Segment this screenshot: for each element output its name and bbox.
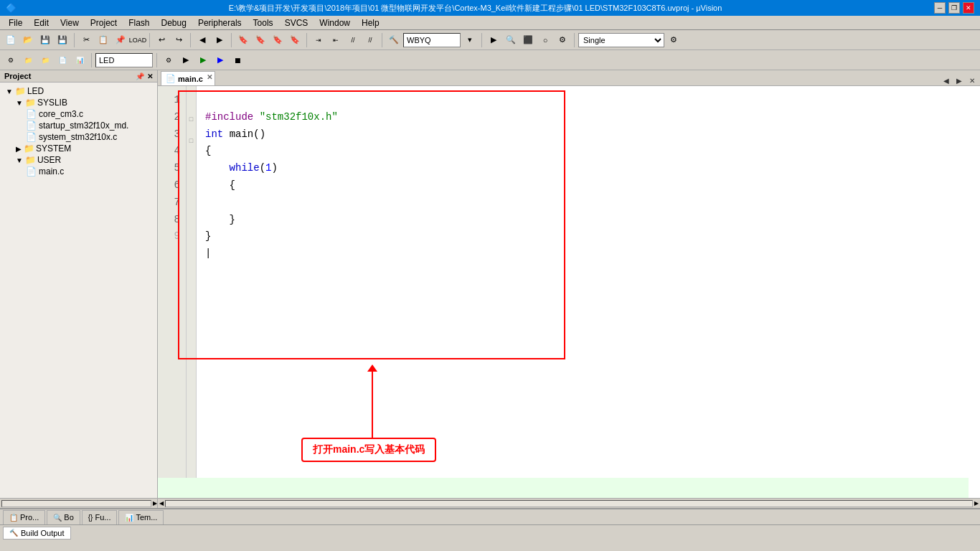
tb2-dbg1[interactable]: ▶ [178, 52, 194, 68]
tab-next-btn[interactable]: ▶ [954, 75, 964, 85]
menu-peripherals[interactable]: Peripherals [192, 17, 248, 29]
expand-icon-led: ▼ [6, 88, 13, 95]
tab-mainc-close[interactable]: ✕ [207, 73, 212, 81]
code-editor[interactable]: 1 2 3 4 5 6 7 8 9 □ □ [158, 86, 980, 498]
bottom-tab-fu[interactable]: {} Fu... [82, 510, 118, 524]
tree-item-user[interactable]: ▼ 📁 USER [0, 154, 157, 166]
bookmark3-button[interactable]: 🔖 [270, 32, 286, 48]
tb2-btn4[interactable]: 📄 [55, 52, 70, 68]
tb2-btn2[interactable]: 📁 [20, 52, 36, 68]
expand-icon-system: ▶ [16, 145, 22, 153]
tab-close-all-btn[interactable]: ✕ [967, 75, 977, 85]
menu-svcs[interactable]: SVCS [279, 17, 314, 29]
build-button[interactable]: 🔨 [386, 32, 402, 48]
project-hscroll: ▶ [0, 498, 157, 508]
tree-item-core[interactable]: 📄 core_cm3.c [0, 108, 157, 120]
view-select[interactable]: Single Split [578, 33, 664, 47]
menu-project[interactable]: Project [85, 17, 123, 29]
tree-item-system-folder[interactable]: ▶ 📁 SYSTEM [0, 143, 157, 154]
settings-button[interactable]: ⚙ [666, 32, 682, 48]
menu-debug[interactable]: Debug [156, 17, 192, 29]
tree-item-system[interactable]: 📄 system_stm32f10x.c [0, 131, 157, 143]
tree-label-system: system_stm32f10x.c [39, 132, 117, 142]
load-button[interactable]: LOAD [130, 32, 146, 48]
sep-tb2 [91, 53, 92, 67]
tree-label-core: core_cm3.c [39, 109, 83, 119]
scroll-right-btn2[interactable]: ▶ [973, 500, 980, 507]
bookmark2-button[interactable]: 🔖 [253, 32, 268, 48]
wbyq-input[interactable] [403, 33, 461, 47]
prev-button[interactable]: ◀ [194, 32, 210, 48]
open-button[interactable]: 📂 [20, 32, 36, 48]
tree-icon-startup: 📄 [26, 121, 37, 131]
tb2-dbg2[interactable]: ▶ [195, 52, 211, 68]
next-button[interactable]: ▶ [212, 32, 227, 48]
copy-button[interactable]: 📋 [95, 32, 111, 48]
outdent-button[interactable]: ⇤ [328, 32, 344, 48]
close-button[interactable]: ✕ [963, 2, 974, 14]
bottom-tab-fu-icon: {} [88, 514, 93, 522]
tree-item-mainc[interactable]: 📄 main.c [0, 166, 157, 177]
comment-button[interactable]: // [345, 32, 361, 48]
bookmark1-button[interactable]: 🔖 [235, 32, 251, 48]
sep6 [382, 33, 382, 47]
tb2-config[interactable]: ⚙ [161, 52, 176, 68]
toolbar1: 📄 📂 💾 💾 ✂ 📋 📌 LOAD ↩ ↪ ◀ ▶ 🔖 🔖 🔖 🔖 ⇥ ⇤ /… [0, 30, 980, 50]
scroll-right-btn[interactable]: ▶ [153, 500, 157, 507]
editor-scrollbar[interactable] [165, 500, 973, 507]
target-input[interactable] [95, 53, 153, 67]
tree-item-syslib[interactable]: ▼ 📁 SYSLIB [0, 97, 157, 108]
menu-tools[interactable]: Tools [248, 17, 279, 29]
tb2-dbg4[interactable]: ⏹ [230, 52, 245, 68]
project-scrollbar[interactable] [1, 500, 151, 507]
tree-item-led[interactable]: ▼ 📁 LED [0, 85, 157, 97]
tab-prev-btn[interactable]: ◀ [941, 75, 951, 85]
redo-button[interactable]: ↪ [171, 32, 187, 48]
workspace: Project 📌 ✕ ▼ 📁 LED ▼ 📁 SYSLIB [0, 70, 980, 551]
menu-file[interactable]: File [3, 17, 28, 29]
signal1-button[interactable]: ○ [537, 32, 553, 48]
indent-button[interactable]: ⇥ [311, 32, 326, 48]
tree-icon-core: 📄 [26, 109, 37, 119]
tab-right-controls: ◀ ▶ ✕ [941, 75, 977, 85]
bottom-area: 📋 Pro... 🔍 Bo {} Fu... 📊 Tem... 🔨 Build … [0, 508, 980, 551]
tree-item-startup[interactable]: 📄 startup_stm32f10x_md. [0, 120, 157, 131]
new-button[interactable]: 📄 [3, 32, 19, 48]
bottom-tab-tem[interactable]: 📊 Tem... [118, 510, 164, 524]
dropdown-btn[interactable]: ▾ [462, 32, 478, 48]
tb2-btn3[interactable]: 📁 [37, 52, 53, 68]
scroll-left-btn[interactable]: ◀ [158, 500, 165, 507]
minimize-button[interactable]: ─ [934, 2, 946, 14]
cut-button[interactable]: ✂ [78, 32, 94, 48]
project-close-button[interactable]: ✕ [147, 72, 153, 80]
menu-flash[interactable]: Flash [123, 17, 155, 29]
paste-button[interactable]: 📌 [113, 32, 128, 48]
signal2-button[interactable]: ⚙ [555, 32, 570, 48]
menu-window[interactable]: Window [314, 17, 356, 29]
menu-edit[interactable]: Edit [28, 17, 55, 29]
tab-mainc[interactable]: 📄 main.c ✕ [161, 71, 215, 85]
build-output-tab[interactable]: 🔨 Build Output [3, 527, 71, 540]
undo-button[interactable]: ↩ [154, 32, 169, 48]
tb2-btn5[interactable]: 📊 [72, 52, 88, 68]
stop-button[interactable]: ⬛ [520, 32, 536, 48]
search-button[interactable]: 🔍 [503, 32, 519, 48]
tree-icon-system: 📄 [26, 132, 37, 142]
menu-view[interactable]: View [55, 17, 85, 29]
menu-help[interactable]: Help [356, 17, 385, 29]
line-numbers: 1 2 3 4 5 6 7 8 9 [158, 86, 187, 498]
bottom-tab-pro[interactable]: 📋 Pro... [3, 510, 45, 524]
project-pin-button[interactable]: 📌 [136, 72, 144, 80]
bottom-tab-bo[interactable]: 🔍 Bo [47, 510, 80, 524]
toolbar2: ⚙ 📁 📁 📄 📊 ⚙ ▶ ▶ ▶ ⏹ [0, 50, 980, 70]
bookmark4-button[interactable]: 🔖 [287, 32, 303, 48]
save-all-button[interactable]: 💾 [55, 32, 70, 48]
save-button[interactable]: 💾 [37, 32, 53, 48]
code-content[interactable]: #include "stm32f10x.h" int main() { whil… [197, 86, 980, 498]
tb2-btn1[interactable]: ⚙ [3, 52, 19, 68]
restore-button[interactable]: ❐ [948, 2, 960, 14]
uncomment-button[interactable]: // [362, 32, 378, 48]
bottom-tab-fu-label: Fu... [95, 513, 110, 522]
tb2-dbg3[interactable]: ▶ [212, 52, 228, 68]
run1-button[interactable]: ▶ [486, 32, 501, 48]
